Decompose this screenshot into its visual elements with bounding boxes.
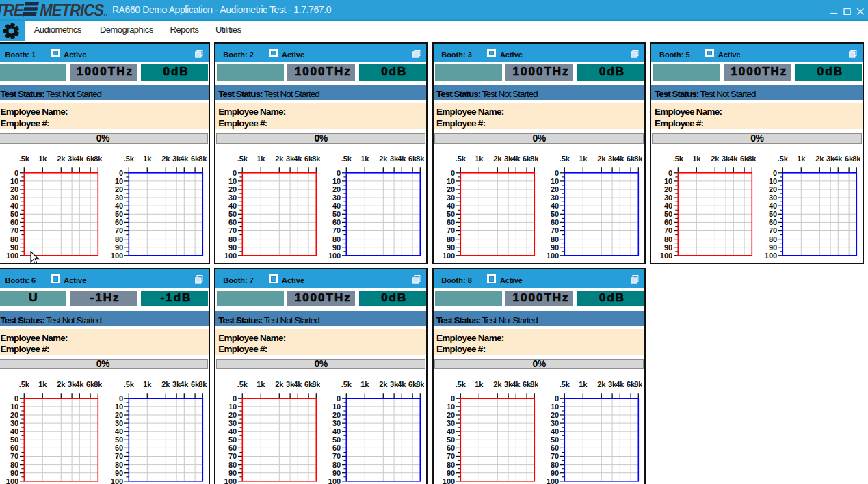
svg-text:1k: 1k xyxy=(797,154,806,163)
svg-text:2k: 2k xyxy=(380,381,389,389)
svg-text:10: 10 xyxy=(447,403,455,411)
svg-text:40: 40 xyxy=(228,202,237,210)
svg-text:2k: 2k xyxy=(493,381,502,389)
svg-text:0: 0 xyxy=(119,169,123,177)
svg-text:60: 60 xyxy=(769,218,777,226)
svg-text:8k: 8k xyxy=(530,381,538,389)
svg-text:10: 10 xyxy=(447,177,455,185)
svg-text:100: 100 xyxy=(111,477,123,484)
svg-text:1k: 1k xyxy=(361,381,370,389)
svg-text:40: 40 xyxy=(10,202,18,210)
svg-text:40: 40 xyxy=(332,427,341,435)
svg-text:2k: 2k xyxy=(815,154,824,163)
svg-text:80: 80 xyxy=(769,235,777,243)
svg-text:100: 100 xyxy=(660,252,672,260)
svg-text:80: 80 xyxy=(10,461,18,469)
svg-text:20: 20 xyxy=(664,185,672,193)
svg-text:30: 30 xyxy=(769,193,777,202)
svg-text:90: 90 xyxy=(115,469,123,477)
svg-text:.5k: .5k xyxy=(19,381,30,389)
svg-text:20: 20 xyxy=(115,185,123,193)
svg-text:20: 20 xyxy=(332,185,341,193)
svg-text:90: 90 xyxy=(664,243,672,252)
svg-text:0: 0 xyxy=(451,394,455,403)
svg-text:90: 90 xyxy=(447,243,455,252)
svg-text:4k: 4k xyxy=(293,381,302,389)
svg-text:.5k: .5k xyxy=(19,154,30,163)
svg-text:60: 60 xyxy=(332,444,341,453)
svg-text:90: 90 xyxy=(115,243,123,252)
svg-text:.5k: .5k xyxy=(455,381,466,389)
svg-text:60: 60 xyxy=(115,444,123,453)
svg-text:70: 70 xyxy=(447,453,455,461)
svg-text:70: 70 xyxy=(332,226,341,234)
svg-text:1k: 1k xyxy=(38,154,47,163)
svg-text:20: 20 xyxy=(10,411,18,419)
svg-text:8k: 8k xyxy=(417,381,425,389)
svg-text:4k: 4k xyxy=(75,381,84,389)
svg-text:30: 30 xyxy=(332,419,341,427)
svg-text:20: 20 xyxy=(10,185,18,193)
svg-text:100: 100 xyxy=(442,477,454,484)
svg-text:90: 90 xyxy=(228,243,237,252)
svg-text:30: 30 xyxy=(10,193,18,202)
svg-text:1k: 1k xyxy=(143,154,152,163)
svg-text:10: 10 xyxy=(664,177,672,185)
svg-text:2k: 2k xyxy=(57,154,66,163)
svg-text:50: 50 xyxy=(551,435,559,444)
svg-text:8k: 8k xyxy=(312,154,320,163)
svg-text:50: 50 xyxy=(228,210,237,218)
svg-text:1k: 1k xyxy=(143,381,152,389)
svg-text:30: 30 xyxy=(447,419,455,427)
svg-text:0: 0 xyxy=(14,394,18,403)
svg-text:90: 90 xyxy=(10,243,18,252)
svg-text:.5k: .5k xyxy=(673,154,684,163)
svg-text:4k: 4k xyxy=(180,154,189,163)
svg-text:0: 0 xyxy=(555,169,559,177)
svg-text:4k: 4k xyxy=(512,381,521,389)
svg-text:8k: 8k xyxy=(198,154,207,163)
svg-text:90: 90 xyxy=(228,469,237,477)
svg-text:0: 0 xyxy=(668,169,672,177)
svg-text:70: 70 xyxy=(664,226,672,234)
svg-text:70: 70 xyxy=(332,453,341,461)
svg-text:40: 40 xyxy=(551,427,559,435)
svg-text:50: 50 xyxy=(447,435,455,444)
svg-text:30: 30 xyxy=(10,419,18,427)
svg-text:4k: 4k xyxy=(512,154,521,163)
svg-text:70: 70 xyxy=(10,226,18,234)
svg-text:0: 0 xyxy=(773,169,777,177)
svg-text:.5k: .5k xyxy=(455,154,466,163)
svg-text:80: 80 xyxy=(115,235,123,243)
svg-text:100: 100 xyxy=(328,252,341,260)
svg-text:70: 70 xyxy=(228,226,237,234)
svg-text:20: 20 xyxy=(228,185,237,193)
svg-text:80: 80 xyxy=(228,235,237,243)
svg-text:70: 70 xyxy=(115,453,123,461)
svg-text:2k: 2k xyxy=(57,381,66,389)
svg-text:100: 100 xyxy=(6,252,18,260)
svg-text:80: 80 xyxy=(551,235,559,243)
svg-text:40: 40 xyxy=(115,427,123,435)
svg-text:1k: 1k xyxy=(579,381,588,389)
svg-text:80: 80 xyxy=(551,461,559,469)
svg-text:50: 50 xyxy=(664,210,672,218)
svg-text:30: 30 xyxy=(332,193,341,202)
svg-text:30: 30 xyxy=(551,419,559,427)
svg-text:8k: 8k xyxy=(94,154,102,163)
svg-text:50: 50 xyxy=(769,210,777,218)
svg-text:20: 20 xyxy=(551,185,559,193)
svg-text:0: 0 xyxy=(233,394,237,403)
svg-text:2k: 2k xyxy=(161,381,170,389)
svg-text:100: 100 xyxy=(442,252,454,260)
svg-text:10: 10 xyxy=(115,177,123,185)
svg-text:60: 60 xyxy=(10,444,18,453)
svg-text:50: 50 xyxy=(332,435,341,444)
svg-text:0: 0 xyxy=(119,394,123,403)
svg-text:60: 60 xyxy=(551,444,559,453)
svg-text:40: 40 xyxy=(447,202,455,210)
svg-text:.5k: .5k xyxy=(341,154,352,163)
svg-text:.5k: .5k xyxy=(560,381,570,389)
svg-text:2k: 2k xyxy=(380,154,389,163)
svg-text:20: 20 xyxy=(447,411,455,419)
